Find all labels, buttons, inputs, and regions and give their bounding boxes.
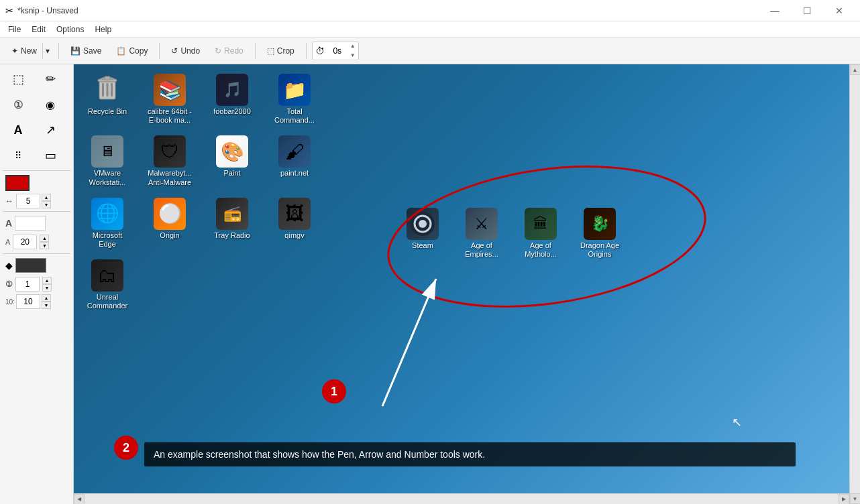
rect-tool[interactable]: ▭ (35, 143, 66, 168)
blur-label: 10: (5, 298, 15, 306)
game-icon-dao[interactable]: 🐉 Dragon AgeOrigins (573, 205, 627, 261)
unreal-img: 🗂 (91, 259, 123, 292)
redo-button[interactable]: ↻ Redo (209, 43, 250, 59)
edge-img: 🌐 (91, 198, 123, 230)
pen-tool[interactable]: ✏ (35, 67, 66, 91)
menu-edit[interactable]: Edit (26, 23, 51, 36)
icon-paintnet[interactable]: 🖌 paint.net (268, 133, 321, 189)
main-layout: ⬚ ✏ ① ◉ A ↗ ⠿ ▭ ↔ ▲ ▼ (0, 64, 860, 504)
dao-label: Dragon AgeOrigins (580, 241, 619, 259)
new-button[interactable]: ✦ New (5, 43, 42, 59)
scroll-left-button[interactable]: ◀ (74, 494, 85, 505)
menu-file[interactable]: File (3, 23, 26, 36)
icon-calibre[interactable]: 📚 calibre 64bit -E-book ma... (143, 71, 197, 127)
icon-malware[interactable]: 🛡 Malwarebyt...Anti-Malware (143, 133, 197, 189)
game-icon-steam[interactable]: Steam (396, 205, 449, 261)
menu-help[interactable]: Help (89, 23, 117, 36)
fontsize-down[interactable]: ▼ (40, 242, 49, 249)
marker-tool[interactable]: ◉ (35, 92, 66, 117)
blur-size-input[interactable] (16, 294, 40, 309)
fontsize-up[interactable]: ▲ (40, 235, 49, 242)
icon-foobar[interactable]: 🎵 foobar2000 (205, 71, 259, 127)
svg-point-9 (419, 220, 427, 228)
window-title: *ksnip - Unsaved (17, 6, 78, 15)
minimize-button[interactable]: — (759, 0, 790, 21)
calibre-label: calibre 64bit -E-book ma... (148, 107, 192, 125)
color-swatch[interactable] (5, 175, 30, 191)
blur-up[interactable]: ▲ (42, 294, 51, 302)
scroll-right-button[interactable]: ▶ (839, 494, 849, 505)
select-tool[interactable]: ⬚ (3, 67, 34, 91)
paint-img: 🎨 (216, 135, 248, 168)
arrow-tool[interactable]: ↗ (35, 118, 66, 142)
scroll-track-right[interactable] (850, 75, 860, 493)
blur-down[interactable]: ▼ (42, 302, 51, 309)
tool-row-number: ① ▲ ▼ (3, 275, 70, 293)
icon-totalcmd[interactable]: 📁 Total Command... (268, 71, 321, 127)
font-size-input[interactable] (13, 235, 37, 249)
timer-down[interactable]: ▼ (347, 51, 358, 60)
new-dropdown-arrow[interactable]: ▾ (42, 43, 53, 59)
game-icon-aom[interactable]: 🏛 Age ofMytholo... (514, 205, 568, 261)
number-stroke-input[interactable] (15, 277, 40, 292)
svg-rect-4 (111, 83, 113, 97)
maximize-button[interactable]: ☐ (792, 0, 822, 21)
vmware-img: 🖥 (91, 135, 123, 168)
steam-label: Steam (412, 241, 433, 250)
tool-sep-2 (3, 211, 70, 212)
text-annotation: An example screenshot that shows how the… (144, 442, 796, 466)
number-down[interactable]: ▼ (42, 284, 52, 292)
icon-vmware[interactable]: 🖥 VMwareWorkstati... (80, 133, 134, 189)
scroll-track-bottom[interactable] (85, 494, 839, 504)
icon-edge[interactable]: 🌐 MicrosoftEdge (80, 195, 134, 251)
toolbar-sep-4 (306, 43, 307, 59)
size-down[interactable]: ▼ (42, 201, 51, 208)
undo-button[interactable]: ↺ Undo (165, 43, 206, 59)
size-up[interactable]: ▲ (42, 194, 51, 201)
toolbar: ✦ New ▾ 💾 Save 📋 Copy ↺ Undo ↻ Redo ⬚ Cr… (0, 38, 860, 64)
icon-unreal[interactable]: 🗂 UnrealCommander (80, 257, 134, 313)
recycle-bin-img (91, 74, 123, 106)
menu-options[interactable]: Options (51, 23, 89, 36)
scroll-up-button[interactable]: ▲ (850, 64, 861, 75)
timer-spinner: ▲ ▼ (347, 42, 358, 60)
cursor: ↖ (732, 415, 742, 430)
scroll-down-button[interactable]: ▼ (850, 493, 861, 504)
text-tool[interactable]: A (3, 118, 34, 142)
icon-recycle-bin[interactable]: Recycle Bin (80, 71, 134, 127)
number-tool[interactable]: ① (3, 92, 34, 117)
timer-input[interactable] (327, 46, 347, 56)
tool-row-text: A (3, 214, 70, 232)
totalcmd-label: Total Command... (270, 107, 319, 125)
save-button[interactable]: 💾 Save (64, 43, 107, 59)
dots-tool[interactable]: ⠿ (3, 143, 34, 168)
number-up[interactable]: ▲ (42, 277, 52, 284)
copy-button[interactable]: 📋 Copy (110, 43, 154, 59)
tool-row-1: ⬚ ✏ (3, 67, 70, 91)
malware-label: Malwarebyt...Anti-Malware (148, 169, 191, 186)
close-button[interactable]: ✕ (824, 0, 855, 21)
tool-row-fontsize: A ▲ ▼ (3, 233, 70, 251)
badge-number-1: 1 (322, 379, 346, 403)
icon-trayradio[interactable]: 📻 Tray Radio (205, 195, 259, 251)
fill-color-swatch[interactable] (15, 258, 46, 273)
trayradio-img: 📻 (216, 198, 248, 230)
fill-icon: ◆ (5, 260, 13, 271)
icon-paint[interactable]: 🎨 Paint (205, 133, 259, 189)
qimgv-label: qimgv (284, 231, 304, 240)
icon-origin[interactable]: ⚪ Origin (143, 195, 197, 251)
canvas-area[interactable]: Recycle Bin 📚 calibre 64bit -E-book ma..… (74, 64, 860, 504)
timer-up[interactable]: ▲ (347, 42, 358, 51)
paintnet-img: 🖌 (278, 135, 311, 168)
trayradio-label: Tray Radio (214, 231, 250, 240)
size-input[interactable] (16, 194, 40, 208)
title-bar: ✂ *ksnip - Unsaved — ☐ ✕ (0, 0, 860, 21)
icon-qimgv[interactable]: 🖼 qimgv (268, 195, 321, 251)
game-icon-aoe[interactable]: ⚔ Age ofEmpires... (455, 205, 508, 261)
fontsize-spinner: ▲ ▼ (40, 235, 49, 249)
steam-img (407, 208, 439, 240)
tool-row-2: ① ◉ (3, 92, 70, 117)
text-color-box[interactable] (15, 216, 46, 231)
crop-button[interactable]: ⬚ Crop (261, 43, 301, 59)
tool-sep-3 (3, 253, 70, 254)
